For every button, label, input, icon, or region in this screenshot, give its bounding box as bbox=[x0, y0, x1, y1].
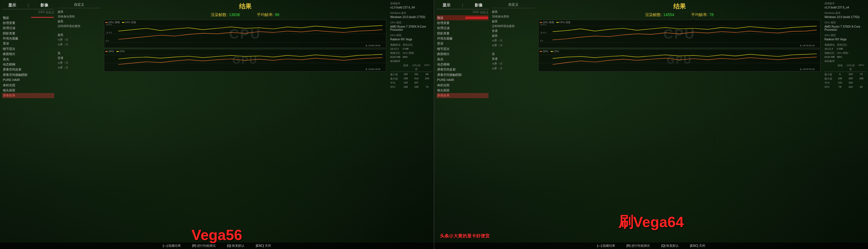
val-spacer2 bbox=[58, 47, 101, 51]
driver-mem-row-right: 视频驱动 19.12.3 系统记忆 0 MB bbox=[825, 43, 866, 50]
preset-label-right: 预设 bbox=[437, 16, 443, 20]
game-version-label: 游戏版本 bbox=[390, 2, 432, 5]
volumetric-light[interactable]: 体积光照 bbox=[2, 83, 54, 88]
render-frames-stat: 渲染帧数: 13836 bbox=[211, 12, 240, 17]
hide-results-btn[interactable]: [—] 隐藏结果 bbox=[163, 244, 181, 248]
svg-text:13839: 13839 bbox=[365, 68, 380, 71]
rcol-gpu: GPU bbox=[856, 64, 866, 71]
rval-ambient: 泛时间环境光遮挡 bbox=[492, 24, 535, 29]
image-tab[interactable]: 影像 bbox=[40, 3, 48, 8]
hide-results-btn-right[interactable]: [—] 隐藏结果 bbox=[597, 244, 615, 248]
reset-btn[interactable]: [Q] 恢复默认 bbox=[227, 244, 244, 248]
preset-item-right[interactable]: 预设 bbox=[437, 15, 489, 20]
sys-mem-label-right: 系统记忆 bbox=[837, 43, 847, 47]
customize-header: 自定义 bbox=[58, 2, 101, 8]
texture-filter[interactable]: 纹理过滤 bbox=[2, 26, 54, 31]
pure-hair[interactable]: PURE HAIR bbox=[2, 77, 54, 83]
driver-label-right: 视频驱动 bbox=[825, 43, 835, 47]
rfps-row-95: 95% 78 122 64 bbox=[825, 85, 866, 88]
lens-flare[interactable]: 镜头斑斑 bbox=[2, 88, 54, 93]
windows-section: Windows 版本 Windows 10.0 (build 17763) bbox=[390, 11, 432, 19]
results-stats-right: 渲染帧数: 14554 平均帧率: 78 bbox=[538, 12, 820, 17]
val-radio3: ⊙开○关 bbox=[58, 60, 101, 65]
col-game: 游戏 bbox=[401, 64, 411, 71]
sys-mem-value-right: 0 MB bbox=[837, 47, 847, 50]
run-test-btn-right[interactable]: [R] 进行性能测试 bbox=[626, 244, 650, 248]
rfps-row-max: 最大值 196 429 168 bbox=[825, 77, 866, 81]
rval-normal2: 普通 bbox=[492, 57, 535, 61]
highlight-right[interactable]: 高光 bbox=[437, 57, 489, 62]
display-tab[interactable]: 显示 bbox=[8, 3, 16, 8]
vid-mem-value: 8120 MB bbox=[390, 56, 400, 58]
screen-space-reflect[interactable]: 屏幕空间反射 bbox=[2, 67, 54, 72]
avg-fps-stat: 平均帧率: 88 bbox=[257, 12, 279, 17]
col-gpu: GPU bbox=[422, 64, 432, 71]
texture-filter-right[interactable]: 纹理过滤 bbox=[437, 26, 489, 31]
shadow-quality-right[interactable]: 阴影质量 bbox=[437, 31, 489, 36]
panel-left: 显示 | 影像 GXO 自定义 预设 纹理质量 纹理过滤 阴影质量 bbox=[0, 0, 434, 249]
lens-right[interactable]: 镜头斑斑 bbox=[437, 88, 489, 93]
preset-item[interactable]: 预设 bbox=[2, 15, 54, 20]
game-version-section: 游戏版本 v1.0 build 237.6_64 bbox=[390, 2, 432, 9]
detail-right[interactable]: 细节层次 bbox=[437, 46, 489, 51]
volumetric-right[interactable]: 体积光照 bbox=[437, 83, 489, 88]
customize-label: 自定义 bbox=[46, 10, 54, 14]
fps-table-header-right: 游戏 CPU渲染 GPU bbox=[825, 64, 866, 72]
avg-fps-stat-right: 平均帧率: 78 bbox=[691, 12, 713, 17]
image-tab-right[interactable]: 影像 bbox=[475, 3, 483, 8]
settings-column: 自定义 超高 16倍各向异性 超高 泛时间环境光遮挡 超高 ⊙开○关 ⊙开○关 … bbox=[57, 0, 102, 249]
shadow-quality[interactable]: 阴影质量 bbox=[2, 31, 54, 36]
ambient-right[interactable]: 环境光遮蔽 bbox=[437, 36, 489, 41]
rval-radio4: ⊙开○关 bbox=[492, 66, 535, 71]
cpu-model-value: AMD Ryzen 7 3700X 8-Core Processor bbox=[390, 25, 432, 31]
close-btn[interactable]: [ESC] 关闭 bbox=[256, 244, 271, 248]
contact-shadow-right[interactable]: 屏幕空间接触阴影 bbox=[437, 72, 489, 77]
run-test-btn[interactable]: [R] 进行性能测试 bbox=[192, 244, 216, 248]
results-stats: 渲染帧数: 13836 平均帧率: 88 bbox=[104, 12, 386, 17]
tessellation[interactable]: 曲面细分 bbox=[2, 51, 54, 57]
ssr-right[interactable]: 屏幕空间反射 bbox=[437, 67, 489, 72]
depth[interactable]: 景深 bbox=[2, 41, 54, 46]
close-btn-right[interactable]: [ESC] 关闭 bbox=[690, 244, 705, 248]
render-frames-label: 渲染帧数: bbox=[211, 12, 228, 17]
vid-mem-value-right: 8120 MB bbox=[825, 56, 835, 58]
rval-chaogao2: 超高 bbox=[492, 19, 535, 24]
gpu-model-label: GPU 模型 bbox=[390, 34, 432, 37]
preset-label: 预设 bbox=[3, 16, 9, 20]
chart1-svg: 20 10 0 13839 bbox=[104, 20, 386, 48]
detail-level[interactable]: 细节层次 bbox=[2, 46, 54, 51]
windows-value: Windows 10.0 (build 17763) bbox=[390, 15, 432, 19]
sidebar-header-right[interactable]: 显示 | 影像 bbox=[437, 3, 489, 9]
ambient-occlusion[interactable]: 环境光遮蔽 bbox=[2, 36, 54, 41]
svg-text:20: 20 bbox=[540, 23, 546, 25]
depth-right[interactable]: 景深 bbox=[437, 41, 489, 46]
avg-fps-label: 平均帧率: bbox=[257, 12, 274, 17]
motion-blur[interactable]: 动态模糊 bbox=[2, 62, 54, 67]
svg-text:20: 20 bbox=[106, 23, 112, 25]
tessellation-right[interactable]: 曲面细分 bbox=[437, 51, 489, 57]
panel-right: 显示 | 影像 GXO 自定义 预设 纹理质量 纹理过滤 阴影质量 环境光遮蔽 … bbox=[434, 0, 868, 249]
chart-gpu: GPU CPU GPU 13839 bbox=[104, 49, 386, 72]
motion-blur-right[interactable]: 动态模糊 bbox=[437, 62, 489, 67]
gpu-limit-label-right: GPU 限制 bbox=[837, 51, 848, 55]
fps-table-header: 游戏 CPU渲染 GPU bbox=[390, 64, 432, 72]
texture-quality-right[interactable]: 纹理质量 bbox=[437, 20, 489, 25]
sys-mem-value: 0 MB bbox=[403, 47, 413, 50]
avg-fps-label-right: 平均帧率: bbox=[691, 12, 708, 17]
pure-hair-right[interactable]: PURE HAIR bbox=[437, 77, 489, 83]
sidebar-header[interactable]: 显示 | 影像 bbox=[2, 3, 54, 9]
reset-btn-right[interactable]: [Q] 恢复默认 bbox=[661, 244, 679, 248]
svg-text:0: 0 bbox=[540, 39, 543, 42]
texture-quality[interactable]: 纹理质量 bbox=[2, 20, 54, 25]
screen-contact-shadow[interactable]: 屏幕空间接触阴影 bbox=[2, 72, 54, 77]
display-tab-right[interactable]: 显示 bbox=[442, 3, 451, 8]
highlight[interactable]: 高光 bbox=[2, 57, 54, 62]
screen-effect[interactable]: 屏幕效果 bbox=[2, 93, 54, 98]
screen-effect-right[interactable]: 屏幕效果 bbox=[437, 93, 489, 98]
val-normal: 普通 bbox=[58, 56, 101, 60]
val-chaogao3: 超高 bbox=[58, 32, 101, 37]
fps-row-max: 最大值 199 414 154 bbox=[390, 77, 432, 81]
rval-radio3: ⊙开○关 bbox=[492, 61, 535, 66]
chart2-svg-right: 14553 bbox=[538, 49, 820, 71]
chart2-svg: 13839 bbox=[104, 49, 386, 71]
